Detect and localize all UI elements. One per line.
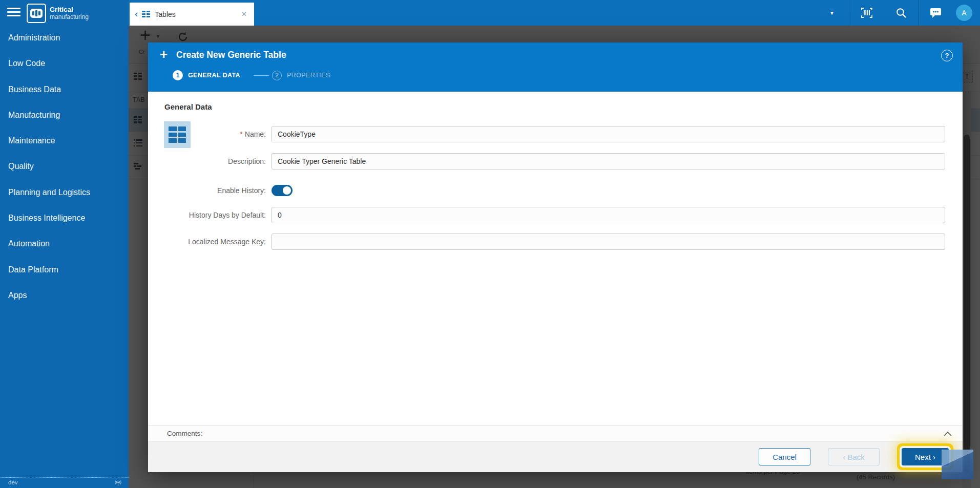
sidebar-item-apps[interactable]: Apps bbox=[0, 283, 129, 308]
help-icon[interactable]: ? bbox=[941, 50, 953, 61]
tab-label: Tables bbox=[155, 10, 175, 18]
chat-icon[interactable] bbox=[919, 7, 953, 19]
sidebar-item-quality[interactable]: Quality bbox=[0, 154, 129, 179]
wizard-steps: 1 GENERAL DATA 2 PROPERTIES bbox=[173, 70, 330, 80]
localized-message-key-label: Localized Message Key: bbox=[148, 234, 266, 250]
step-connector bbox=[254, 75, 269, 76]
step-1-circle[interactable]: 1 bbox=[173, 70, 183, 80]
search-icon[interactable] bbox=[884, 7, 918, 19]
topbar: ‹ Tables ✕ ▼ bbox=[129, 0, 980, 26]
create-plus-icon: + bbox=[160, 47, 168, 62]
cancel-button[interactable]: Cancel bbox=[759, 448, 810, 465]
history-days-field-row: History Days by Default: bbox=[148, 207, 945, 223]
create-generic-table-modal: + Create New Generic Table ? 1 GENERAL D… bbox=[148, 43, 963, 472]
critical-manufacturing-logo[interactable] bbox=[27, 4, 46, 23]
required-marker: * bbox=[240, 130, 242, 138]
modal-header: + Create New Generic Table ? 1 GENERAL D… bbox=[148, 43, 963, 92]
modal-body: General Data *Name: Description: Enable … bbox=[148, 92, 963, 399]
enable-history-toggle[interactable] bbox=[272, 185, 293, 196]
sidebar-item-manufacturing[interactable]: Manufacturing bbox=[0, 102, 129, 128]
expand-menu-caret-icon[interactable]: ▼ bbox=[815, 10, 849, 16]
back-chevron-icon: ‹ bbox=[843, 453, 845, 461]
barcode-scanner-icon[interactable] bbox=[849, 7, 884, 19]
tab-tables[interactable]: ‹ Tables ✕ bbox=[130, 3, 254, 26]
tab-close-icon[interactable]: ✕ bbox=[234, 10, 254, 18]
logo-glyph-icon bbox=[30, 9, 43, 18]
localized-message-key-input[interactable] bbox=[272, 234, 945, 250]
sidebar-item-business-intelligence[interactable]: Business Intelligence bbox=[0, 205, 129, 231]
sidebar-item-planning-and-logistics[interactable]: Planning and Logistics bbox=[0, 180, 129, 205]
step-1-label[interactable]: GENERAL DATA bbox=[188, 72, 240, 79]
enable-history-field-row: Enable History: bbox=[148, 182, 945, 199]
environment-label: dev bbox=[8, 479, 18, 485]
brand-text: Critical manufacturing bbox=[50, 6, 89, 20]
application-window: + ▼ Cr ↥ TAB Items per Page 25 (45 Recor… bbox=[0, 0, 980, 488]
sidebar-item-low-code[interactable]: Low Code bbox=[0, 51, 129, 76]
comments-label: Comments: bbox=[167, 426, 202, 441]
name-input[interactable] bbox=[272, 126, 945, 142]
description-input[interactable] bbox=[272, 153, 945, 169]
sidebar-nav: Administration Low Code Business Data Ma… bbox=[0, 25, 129, 308]
hamburger-menu-icon[interactable] bbox=[7, 8, 20, 17]
tab-grid-icon bbox=[142, 11, 150, 17]
description-label: Description: bbox=[148, 153, 266, 169]
description-field-row: Description: bbox=[148, 153, 945, 169]
tab-back-chevron-icon[interactable]: ‹ bbox=[130, 8, 142, 20]
sidebar-item-data-platform[interactable]: Data Platform bbox=[0, 257, 129, 283]
comments-section[interactable]: Comments: bbox=[148, 426, 963, 441]
sidebar-item-administration[interactable]: Administration bbox=[0, 25, 129, 51]
section-title: General Data bbox=[164, 102, 212, 111]
avatar[interactable]: A bbox=[956, 5, 972, 21]
modal-title: Create New Generic Table bbox=[176, 50, 286, 60]
comments-collapse-icon[interactable] bbox=[943, 430, 952, 439]
sidebar-item-business-data[interactable]: Business Data bbox=[0, 77, 129, 102]
connectivity-icon bbox=[114, 479, 122, 488]
enable-history-label: Enable History: bbox=[148, 182, 266, 199]
brand-line2: manufacturing bbox=[50, 14, 89, 21]
back-button: ‹ Back bbox=[828, 448, 880, 465]
main-sidebar: Critical manufacturing Administration Lo… bbox=[0, 0, 129, 488]
topbar-actions: ▼ A bbox=[815, 0, 980, 26]
step-2-label[interactable]: PROPERTIES bbox=[287, 72, 330, 79]
history-days-label: History Days by Default: bbox=[148, 207, 266, 223]
screen-highlight-overlay bbox=[942, 450, 973, 479]
name-field-row: *Name: bbox=[148, 126, 945, 142]
next-chevron-icon: › bbox=[933, 453, 935, 461]
sidebar-item-maintenance[interactable]: Maintenance bbox=[0, 128, 129, 154]
brand-line1: Critical bbox=[50, 6, 89, 14]
localized-message-key-field-row: Localized Message Key: bbox=[148, 234, 945, 250]
modal-footer: Cancel ‹ Back Next › bbox=[148, 441, 963, 472]
step-2-circle[interactable]: 2 bbox=[272, 71, 282, 80]
toggle-knob bbox=[283, 186, 291, 195]
name-label: *Name: bbox=[148, 126, 266, 142]
sidebar-item-automation[interactable]: Automation bbox=[0, 231, 129, 257]
history-days-input[interactable] bbox=[272, 207, 945, 223]
sidebar-footer: dev bbox=[0, 477, 129, 488]
